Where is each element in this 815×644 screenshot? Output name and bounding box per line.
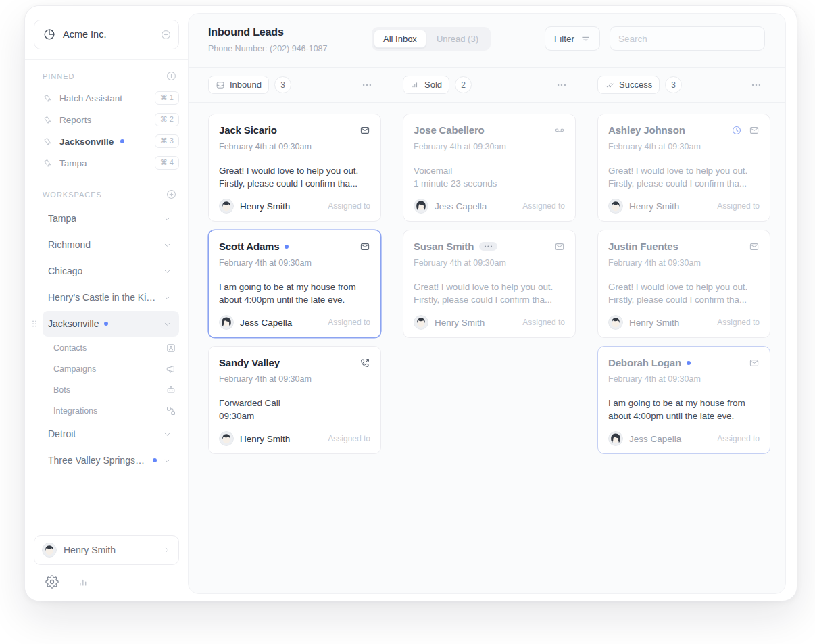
card-footer: Henry SmithAssigned to	[414, 315, 565, 330]
workspace-subitem-contacts[interactable]: Contacts	[43, 337, 176, 358]
workspace-item-jacksonville[interactable]: Jacksonville	[43, 311, 179, 337]
preview-line: Great! I would love to help you out.	[608, 164, 760, 177]
pinned-item-jacksonville[interactable]: Jacksonville⌘ 3	[43, 130, 179, 152]
search-input[interactable]	[610, 26, 765, 51]
pinned-item-label: Reports	[59, 115, 91, 125]
lead-card-jose-cabellero[interactable]: Jose CabelleroFebruary 4th at 09:30amVoi…	[403, 114, 576, 222]
workspaces-section-header: WORKSPACES	[43, 189, 177, 200]
pinned-item-reports[interactable]: Reports⌘ 2	[43, 109, 179, 130]
lead-card-deborah-logan[interactable]: Deborah LoganFebruary 4th at 09:30amI am…	[597, 346, 770, 454]
mail-icon	[749, 125, 760, 136]
workspace-item-label: Chicago	[48, 266, 82, 276]
sidebar-footer	[45, 575, 188, 601]
tab-all-inbox[interactable]: All Inbox	[374, 30, 426, 48]
preview-line: Firstly, please could I confirm tha...	[219, 177, 370, 190]
title-block: Inbound Leads Phone Number: (202) 946-10…	[208, 26, 347, 53]
drag-handle-icon[interactable]	[30, 318, 39, 329]
workspace-subitem-label: Bots	[53, 385, 166, 395]
org-add-icon[interactable]	[160, 29, 172, 41]
card-header: Jack Sicario	[219, 124, 370, 136]
inbox-icon	[216, 80, 225, 90]
card-date: February 4th at 09:30am	[414, 142, 565, 151]
workspace-item-richmond[interactable]: Richmond	[43, 232, 179, 257]
shortcut-badge: ⌘ 2	[155, 113, 179, 126]
card-date: February 4th at 09:30am	[608, 142, 760, 151]
org-switcher[interactable]: Acme Inc.	[34, 20, 179, 49]
unread-dot	[120, 139, 124, 143]
pinned-item-tampa[interactable]: Tampa⌘ 4	[43, 152, 179, 174]
column-inbound: Jack SicarioFebruary 4th at 09:30amGreat…	[208, 114, 403, 454]
assignee-name: Henry Smith	[629, 318, 679, 328]
shortcut-badge: ⌘ 4	[155, 156, 179, 170]
workspaces-add-icon[interactable]	[166, 189, 177, 200]
workspace-item-label: Three Valley Springsw...	[48, 455, 147, 466]
filter-button[interactable]: Filter	[545, 26, 600, 51]
settings-gear-icon[interactable]	[45, 575, 59, 589]
workspace-item-label: Richmond	[48, 239, 91, 250]
pinned-add-icon[interactable]	[166, 70, 177, 82]
lead-name: Sandy Valley	[219, 357, 280, 368]
user-menu[interactable]: Henry Smith	[34, 535, 179, 565]
workspace-item-tampa[interactable]: Tampa	[43, 205, 179, 231]
unread-dot	[687, 361, 691, 365]
sidebar: Acme Inc. PINNED Hatch Assistant⌘ 1Repor…	[25, 6, 188, 601]
chevron-down-icon	[162, 455, 172, 466]
card-icons	[749, 241, 760, 252]
workspace-subitem-label: Campaigns	[53, 364, 166, 374]
column-menu-icon[interactable]	[361, 79, 373, 91]
column-pill-success[interactable]: Success	[597, 76, 660, 94]
lead-name: Jack Sicario	[219, 124, 277, 136]
board-column-headers: Inbound3Sold2Success3	[189, 68, 785, 103]
column-header-sold: Sold2	[403, 76, 597, 94]
workspace-item-three-valley-springsw[interactable]: Three Valley Springsw...	[43, 447, 179, 473]
pinned-label: PINNED	[43, 72, 166, 80]
analytics-bars-icon[interactable]	[77, 576, 89, 588]
workspace-subitem-integrations[interactable]: Integrations	[43, 400, 176, 421]
workspace-item-label: Henry’s Castle in the Kin...	[48, 292, 157, 303]
main-panel: Inbound Leads Phone Number: (202) 946-10…	[188, 13, 786, 594]
message-preview: Great! I would love to help you out.Firs…	[219, 164, 370, 190]
column-pill-sold[interactable]: Sold	[403, 76, 449, 94]
workspace-subitem-campaigns[interactable]: Campaigns	[43, 358, 176, 379]
workspace-subitem-bots[interactable]: Bots	[43, 379, 176, 400]
card-header: Jose Cabellero	[414, 124, 565, 136]
assigned-to-label: Assigned to	[522, 201, 565, 211]
message-preview: Forwarded Call09:30am	[219, 397, 370, 422]
card-header: Scott Adams	[219, 241, 370, 252]
card-header: Susan Smith	[414, 241, 565, 252]
lead-card-jack-sicario[interactable]: Jack SicarioFebruary 4th at 09:30amGreat…	[208, 114, 381, 222]
page-header: Inbound Leads Phone Number: (202) 946-10…	[189, 14, 785, 68]
lead-card-justin-fuentes[interactable]: Justin FuentesFebruary 4th at 09:30amGre…	[597, 230, 770, 338]
column-pill-inbound[interactable]: Inbound	[208, 76, 269, 94]
card-icons	[360, 125, 370, 136]
pinned-item-label: Tampa	[59, 158, 87, 168]
lead-card-scott-adams[interactable]: Scott AdamsFebruary 4th at 09:30amI am g…	[208, 230, 381, 338]
assigned-to-label: Assigned to	[328, 318, 370, 327]
pinned-item-hatch-assistant[interactable]: Hatch Assistant⌘ 1	[43, 87, 179, 109]
robot-icon	[166, 385, 176, 395]
preview-line: Firstly, please could I confirm tha...	[414, 293, 565, 306]
column-menu-icon[interactable]	[555, 79, 568, 91]
preview-line: I am going to be at my house from	[219, 280, 370, 293]
clock-icon	[731, 125, 742, 136]
app-window: Acme Inc. PINNED Hatch Assistant⌘ 1Repor…	[24, 5, 797, 601]
assignee-avatar	[414, 315, 428, 330]
workspace-item-chicago[interactable]: Chicago	[43, 258, 179, 284]
column-menu-icon[interactable]	[750, 79, 762, 91]
card-date: February 4th at 09:30am	[219, 258, 370, 268]
preview-line: Great! I would love to help you out.	[608, 280, 760, 293]
workspace-item-label: Tampa	[48, 213, 76, 224]
mail-icon	[554, 241, 565, 252]
workspace-item-henry-s-castle-in-the-kin[interactable]: Henry’s Castle in the Kin...	[43, 284, 179, 310]
lead-card-ashley-johnson[interactable]: Ashley JohnsonFebruary 4th at 09:30amGre…	[597, 114, 770, 222]
workspace-item-detroit[interactable]: Detroit	[43, 421, 179, 447]
lead-card-sandy-valley[interactable]: Sandy ValleyFebruary 4th at 09:30amForwa…	[208, 346, 381, 454]
filter-lines-icon	[581, 34, 591, 44]
card-icons	[554, 125, 565, 136]
lead-card-susan-smith[interactable]: Susan SmithFebruary 4th at 09:30amGreat!…	[403, 230, 576, 338]
inbox-tabs: All InboxUnread (3)	[372, 27, 491, 51]
unread-dot	[104, 322, 108, 326]
column-name: Success	[619, 80, 652, 90]
tab-unread-3[interactable]: Unread (3)	[426, 29, 489, 49]
chart-icon	[410, 80, 420, 90]
